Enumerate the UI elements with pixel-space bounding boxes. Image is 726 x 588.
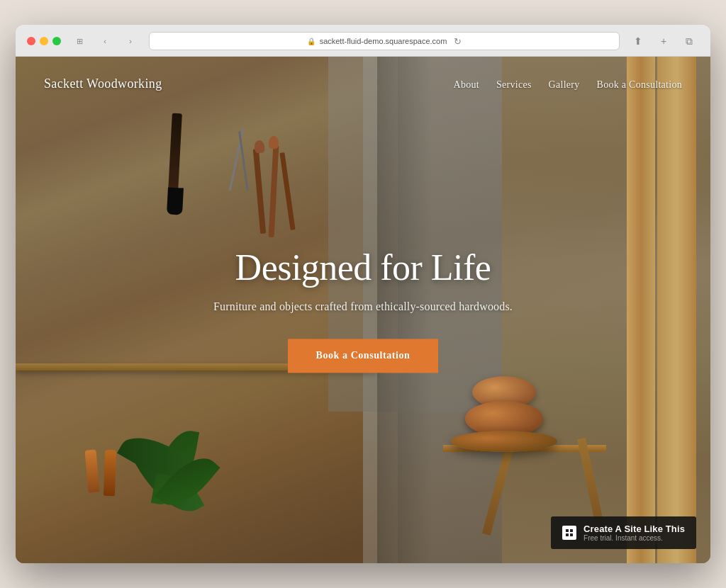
nav-item-book[interactable]: Book a Consultation xyxy=(597,78,682,91)
bowl-stack xyxy=(451,376,557,452)
svg-rect-3 xyxy=(570,533,573,536)
nav-item-services[interactable]: Services xyxy=(496,78,532,91)
badge-main-text: Create A Site Like This xyxy=(583,524,685,534)
close-button[interactable] xyxy=(27,37,35,45)
browser-frame: ⊞ ‹ › 🔒 sackett-fluid-demo.squarespace.c… xyxy=(16,25,710,563)
hero-cta-button[interactable]: Book a Consultation xyxy=(288,339,439,373)
minimize-button[interactable] xyxy=(40,37,48,45)
fullscreen-button[interactable] xyxy=(52,37,61,45)
nav-item-gallery[interactable]: Gallery xyxy=(549,78,580,91)
traffic-lights xyxy=(27,37,61,45)
badge-text: Create A Site Like This Free trial. Inst… xyxy=(583,524,685,542)
browser-chrome: ⊞ ‹ › 🔒 sackett-fluid-demo.squarespace.c… xyxy=(16,25,710,57)
refresh-icon[interactable]: ↻ xyxy=(454,36,462,47)
badge-sub-text: Free trial. Instant access. xyxy=(583,534,685,542)
tool-brush-bristles xyxy=(167,187,184,215)
nav-item-about[interactable]: About xyxy=(454,78,479,91)
tabs-button[interactable]: ⧉ xyxy=(679,34,699,48)
forward-button[interactable]: › xyxy=(121,34,140,48)
nav-menu: About Services Gallery Book a Consultati… xyxy=(454,78,682,91)
address-bar[interactable]: 🔒 sackett-fluid-demo.squarespace.com ↻ xyxy=(149,32,620,50)
toolbar-right: ⬆ + ⧉ xyxy=(628,34,699,48)
squarespace-badge[interactable]: Create A Site Like This Free trial. Inst… xyxy=(551,516,696,549)
site-navigation: Sackett Woodworking About Services Galle… xyxy=(16,57,710,111)
tool-handle-2 xyxy=(104,450,116,497)
nav-link-about[interactable]: About xyxy=(454,79,479,90)
plank-vertical-1 xyxy=(627,57,655,563)
website-container: Sackett Woodworking About Services Galle… xyxy=(16,57,710,563)
site-logo[interactable]: Sackett Woodworking xyxy=(44,77,162,91)
svg-rect-2 xyxy=(566,533,569,536)
bowl-plate xyxy=(451,431,557,452)
new-tab-button[interactable]: + xyxy=(654,34,674,48)
hero-content: Designed for Life Furniture and objects … xyxy=(150,247,576,373)
utensil-head-2 xyxy=(269,136,279,149)
plank-vertical-2 xyxy=(657,57,696,563)
squarespace-logo xyxy=(562,526,576,540)
url-text: sackett-fluid-demo.squarespace.com xyxy=(320,37,447,45)
hero-title: Designed for Life xyxy=(150,247,576,288)
hero-subtitle: Furniture and objects crafted from ethic… xyxy=(150,300,576,313)
share-button[interactable]: ⬆ xyxy=(628,34,648,48)
nav-link-gallery[interactable]: Gallery xyxy=(549,79,580,90)
svg-rect-1 xyxy=(570,529,573,532)
back-button[interactable]: ‹ xyxy=(95,34,115,48)
nav-link-services[interactable]: Services xyxy=(496,79,532,90)
sidebar-toggle[interactable]: ⊞ xyxy=(69,34,89,48)
browser-controls: ⊞ ‹ › xyxy=(69,34,140,48)
svg-rect-0 xyxy=(566,529,569,532)
nav-link-book[interactable]: Book a Consultation xyxy=(597,79,682,90)
lock-icon: 🔒 xyxy=(307,38,315,45)
